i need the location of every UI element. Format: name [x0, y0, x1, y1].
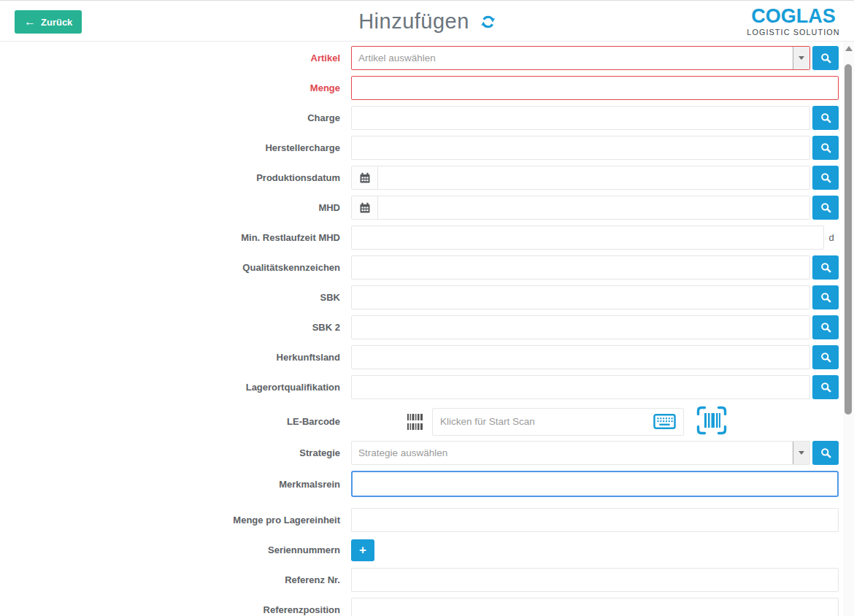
form-row-sbk: SBK: [0, 285, 839, 309]
barcode-scan-icon: [696, 405, 728, 438]
form-row-herkunftsland: Herkunftsland: [0, 345, 839, 369]
form-row-qualitatskennzeichen: Qualitätskennzeichen: [0, 255, 839, 280]
search-icon: [820, 382, 831, 393]
scroll-up-button[interactable]: [845, 46, 853, 51]
form-row-lagerortqualifikation: Lagerortqualifikation: [0, 375, 839, 399]
field-label-sbk-2: SBK 2: [0, 322, 351, 333]
field-label-strategie: Strategie: [0, 447, 351, 458]
field-label-min-restlaufzeit-mhd: Min. Restlaufzeit MHD: [0, 232, 351, 243]
scrollbar[interactable]: [843, 42, 854, 616]
field-label-herkunftsland: Herkunftsland: [0, 352, 351, 363]
seriennummern-add-button[interactable]: +: [351, 539, 374, 561]
calendar-icon[interactable]: [352, 166, 378, 189]
back-button-label: Zurück: [41, 17, 72, 28]
merkmalsrein-input[interactable]: [351, 471, 839, 497]
chevron-down-icon[interactable]: [793, 442, 809, 464]
form-row-seriennummern: Seriennummern+: [0, 538, 839, 562]
artikel-select[interactable]: Artikel auswählen: [351, 46, 810, 70]
artikel-select-placeholder: Artikel auswählen: [352, 47, 793, 69]
field-label-menge: Menge: [0, 82, 351, 93]
produktionsdatum-date-group: [351, 166, 810, 190]
field-control-herstellercharge: [351, 136, 839, 160]
search-icon: [820, 292, 831, 303]
field-label-seriennummern: Seriennummern: [0, 544, 351, 555]
artikel-search-button[interactable]: [812, 46, 839, 70]
herkunftsland-input[interactable]: [351, 345, 810, 369]
strategie-search-button[interactable]: [812, 441, 839, 465]
field-label-mhd: MHD: [0, 202, 351, 213]
menge-pro-lagereinheit-input[interactable]: [351, 508, 839, 532]
charge-search-button[interactable]: [812, 106, 839, 130]
barcode-icon: [407, 414, 423, 430]
search-icon: [820, 112, 831, 123]
field-control-lagerortqualifikation: [351, 375, 839, 399]
min-restlaufzeit-mhd-input[interactable]: [351, 226, 824, 250]
form-row-menge: Menge: [0, 76, 839, 100]
field-label-lagerortqualifikation: Lagerortqualifikation: [0, 382, 351, 393]
field-label-merkmalsrein: Merkmalsrein: [0, 479, 351, 490]
charge-input[interactable]: [351, 106, 810, 130]
form-row-sbk-2: SBK 2: [0, 315, 839, 339]
sbk-input[interactable]: [351, 285, 810, 309]
form-row-le-barcode: LE-BarcodeKlicken für Start Scan: [0, 405, 839, 438]
field-control-mhd: [351, 196, 839, 220]
qualitatskennzeichen-input[interactable]: [351, 255, 810, 280]
produktionsdatum-search-button[interactable]: [812, 166, 839, 190]
field-control-seriennummern: +: [351, 538, 839, 562]
logo-name: COGLAS: [745, 6, 842, 26]
field-label-referenzposition: Referenzposition: [0, 604, 351, 615]
field-control-charge: [351, 106, 839, 130]
field-control-sbk-2: [351, 315, 839, 339]
field-control-menge: [351, 76, 839, 100]
strategie-select[interactable]: Strategie auswählen: [351, 441, 810, 465]
lagerortqualifikation-input[interactable]: [351, 375, 810, 399]
sbk-2-search-button[interactable]: [812, 315, 839, 339]
field-label-charge: Charge: [0, 112, 351, 123]
lagerortqualifikation-search-button[interactable]: [812, 375, 839, 399]
back-button[interactable]: ← Zurück: [15, 10, 82, 34]
field-control-referenzposition: [351, 598, 839, 616]
herkunftsland-search-button[interactable]: [812, 345, 839, 369]
search-icon: [820, 262, 831, 273]
referenzposition-input[interactable]: [351, 598, 839, 616]
refresh-button[interactable]: [480, 15, 496, 31]
search-icon: [820, 352, 831, 363]
calendar-icon[interactable]: [352, 196, 378, 219]
le-barcode-placeholder: Klicken für Start Scan: [440, 416, 647, 427]
keyboard-icon[interactable]: [653, 414, 676, 429]
mhd-input[interactable]: [378, 196, 809, 219]
sbk-search-button[interactable]: [812, 285, 839, 309]
menge-input[interactable]: [351, 76, 839, 100]
field-control-strategie: Strategie auswählen: [351, 441, 839, 465]
search-icon: [820, 447, 831, 458]
produktionsdatum-input[interactable]: [378, 166, 809, 189]
field-label-le-barcode: LE-Barcode: [0, 416, 351, 427]
field-label-artikel: Artikel: [0, 53, 351, 63]
page-title-wrap: Hinzufügen: [358, 1, 496, 42]
field-control-menge-pro-lagereinheit: [351, 508, 839, 532]
form-row-charge: Charge: [0, 106, 839, 130]
header: ← Zurück Hinzufügen COGLAS LOGISTIC SOLU…: [0, 0, 854, 42]
le-barcode-scan-input[interactable]: Klicken für Start Scan: [432, 408, 684, 436]
field-label-herstellercharge: Herstellercharge: [0, 142, 351, 153]
search-icon: [820, 53, 831, 63]
field-label-menge-pro-lagereinheit: Menge pro Lagereinheit: [0, 515, 351, 525]
sbk-2-input[interactable]: [351, 315, 810, 339]
mhd-search-button[interactable]: [812, 196, 839, 220]
qualitatskennzeichen-search-button[interactable]: [812, 255, 839, 280]
field-control-merkmalsrein: [351, 471, 839, 497]
search-icon: [820, 202, 831, 213]
field-label-produktionsdatum: Produktionsdatum: [0, 172, 351, 183]
herstellercharge-search-button[interactable]: [812, 136, 839, 160]
form-row-referenz-nr: Referenz Nr.: [0, 568, 839, 592]
herstellercharge-input[interactable]: [351, 136, 810, 160]
chevron-down-icon[interactable]: [793, 47, 809, 69]
scrollbar-thumb[interactable]: [845, 64, 852, 415]
search-icon: [820, 142, 831, 153]
page-title: Hinzufügen: [358, 9, 469, 34]
form-row-min-restlaufzeit-mhd: Min. Restlaufzeit MHDd: [0, 226, 839, 250]
referenz-nr-input[interactable]: [351, 568, 839, 592]
le-barcode-scan-button[interactable]: [696, 405, 728, 438]
form-row-mhd: MHD: [0, 196, 839, 220]
field-control-min-restlaufzeit-mhd: d: [351, 226, 839, 250]
